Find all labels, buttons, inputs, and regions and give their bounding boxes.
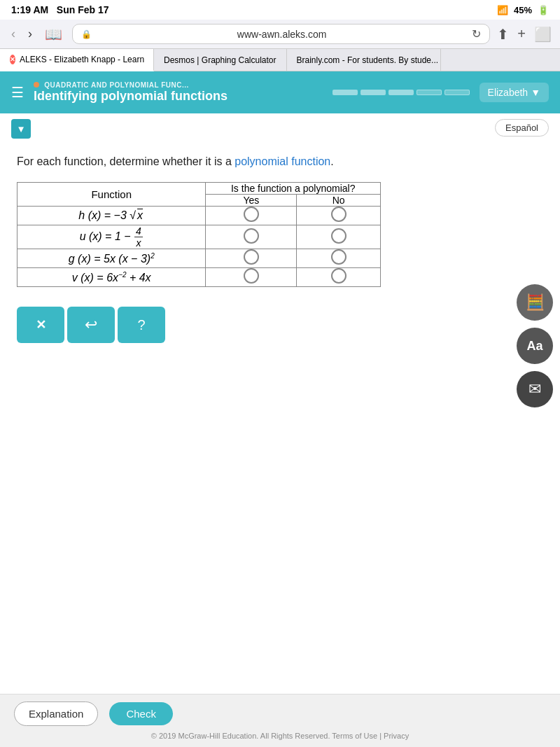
radio-button[interactable] [331, 207, 346, 222]
function-u: u (x) = 1 − 4 x [18, 225, 206, 249]
status-dot [34, 82, 39, 88]
tab-label-desmos: Desmos | Graphing Calculator [164, 55, 276, 65]
main-content: For each function, determine whether it … [0, 144, 560, 354]
status-bar: 1:19 AM Sun Feb 17 📶 45% 🔋 [0, 0, 560, 20]
share-button[interactable]: ⬆ [496, 25, 510, 44]
calculator-icon: 🧮 [526, 293, 545, 312]
polynomial-link[interactable]: polynomial function [234, 155, 330, 167]
menu-icon[interactable]: ☰ [11, 84, 24, 101]
clear-button[interactable]: ✕ [17, 307, 64, 343]
radio-button[interactable] [331, 228, 346, 244]
battery-icon: 🔋 [538, 5, 549, 15]
browser-actions: ⬆ + ⬜ [496, 25, 553, 44]
espanol-button[interactable]: Español [495, 119, 549, 137]
col-header-function: Function [18, 183, 206, 207]
lock-icon: 🔒 [81, 29, 92, 39]
col-header-yes: Yes [206, 195, 297, 207]
font-icon: Aa [526, 339, 542, 354]
radio-u-no[interactable] [297, 225, 381, 249]
radio-g-yes[interactable] [206, 249, 297, 268]
radio-button[interactable] [331, 249, 346, 265]
function-v: v (x) = 6x−2 + 4x [18, 268, 206, 287]
footer-buttons: Explanation Check [14, 701, 546, 732]
header-title: Identifying polynomial functions [34, 89, 323, 104]
radio-v-no[interactable] [297, 268, 381, 287]
radio-h-no[interactable] [297, 207, 381, 225]
progress-bar [332, 90, 470, 95]
radio-u-yes[interactable] [206, 225, 297, 249]
function-h: h (x) = −3 √x [18, 207, 206, 225]
radio-v-yes[interactable] [206, 268, 297, 287]
table-row: v (x) = 6x−2 + 4x [18, 268, 381, 287]
forward-button[interactable]: › [24, 25, 36, 43]
wifi-icon: 📶 [497, 5, 508, 15]
tabs-button[interactable]: ⬜ [533, 25, 553, 44]
explanation-button[interactable]: Explanation [14, 701, 98, 726]
radio-h-yes[interactable] [206, 207, 297, 225]
radio-button[interactable] [244, 268, 259, 284]
radio-button[interactable] [244, 249, 259, 265]
expand-button[interactable]: ▼ [11, 119, 31, 139]
browser-chrome: ‹ › 📖 🔒 www-awn.aleks.com ↻ ⬆ + ⬜ [0, 20, 560, 49]
col-header-polynomial: Is the function a polynomial? [206, 183, 381, 195]
battery-indicator: 45% [514, 5, 532, 15]
function-g: g (x) = 5x (x − 3)2 [18, 249, 206, 268]
action-buttons: ✕ ↩ ? [17, 307, 543, 343]
chevron-down-icon: ▼ [531, 87, 540, 98]
calculator-button[interactable]: 🧮 [517, 284, 553, 321]
font-size-button[interactable]: Aa [517, 328, 553, 364]
header-subtitle: QUADRATIC AND POLYNOMIAL FUNC... [34, 81, 323, 89]
col-header-no: No [297, 195, 381, 207]
progress-seg-1 [332, 90, 358, 95]
tab-close-icon[interactable]: ✕ [10, 55, 15, 64]
bookmarks-icon[interactable]: 📖 [41, 25, 66, 44]
header-info: QUADRATIC AND POLYNOMIAL FUNC... Identif… [34, 81, 323, 104]
help-button[interactable]: ? [118, 307, 165, 343]
tab-desmos[interactable]: Desmos | Graphing Calculator [154, 49, 287, 71]
radio-button[interactable] [331, 268, 346, 284]
table-row: h (x) = −3 √x [18, 207, 381, 225]
radio-button[interactable] [244, 207, 259, 222]
status-right: 📶 45% 🔋 [497, 5, 549, 15]
progress-seg-2 [360, 90, 386, 95]
instruction-text: For each function, determine whether it … [17, 155, 543, 168]
check-button[interactable]: Check [109, 702, 173, 725]
copyright-text: © 2019 McGraw-Hill Education. All Rights… [14, 732, 546, 740]
radio-g-no[interactable] [297, 249, 381, 268]
refresh-button[interactable]: ↻ [472, 27, 481, 41]
right-tools: 🧮 Aa ✉ [517, 284, 553, 407]
time-display: 1:19 AM Sun Feb 17 [11, 4, 109, 15]
tab-aleks[interactable]: ✕ ALEKS - Elizabeth Knapp - Learn [0, 49, 154, 71]
tab-label-aleks: ALEKS - Elizabeth Knapp - Learn [20, 55, 144, 64]
app-header: ☰ QUADRATIC AND POLYNOMIAL FUNC... Ident… [0, 71, 560, 113]
footer: Explanation Check © 2019 McGraw-Hill Edu… [0, 694, 560, 747]
back-button[interactable]: ‹ [7, 25, 20, 43]
user-menu-button[interactable]: Elizabeth ▼ [479, 83, 549, 102]
browser-tabs: ✕ ALEKS - Elizabeth Knapp - Learn Desmos… [0, 49, 560, 71]
message-icon: ✉ [528, 380, 541, 398]
radio-button[interactable] [244, 228, 259, 244]
undo-button[interactable]: ↩ [67, 307, 115, 343]
table-row: g (x) = 5x (x − 3)2 [18, 249, 381, 268]
progress-seg-5 [444, 90, 470, 95]
message-button[interactable]: ✉ [517, 371, 553, 407]
url-text: www-awn.aleks.com [96, 29, 468, 40]
progress-seg-4 [416, 90, 442, 95]
new-tab-button[interactable]: + [516, 25, 527, 43]
table-row: u (x) = 1 − 4 x [18, 225, 381, 249]
browser-nav: ‹ › 📖 [7, 25, 66, 44]
dropdown-area: ▼ Español [0, 119, 560, 139]
address-bar[interactable]: 🔒 www-awn.aleks.com ↻ [72, 24, 490, 44]
tab-label-brainly: Brainly.com - For students. By stude... [297, 55, 439, 65]
function-table: Function Is the function a polynomial? Y… [17, 182, 381, 287]
progress-seg-3 [388, 90, 414, 95]
tab-brainly[interactable]: Brainly.com - For students. By stude... [287, 49, 441, 71]
